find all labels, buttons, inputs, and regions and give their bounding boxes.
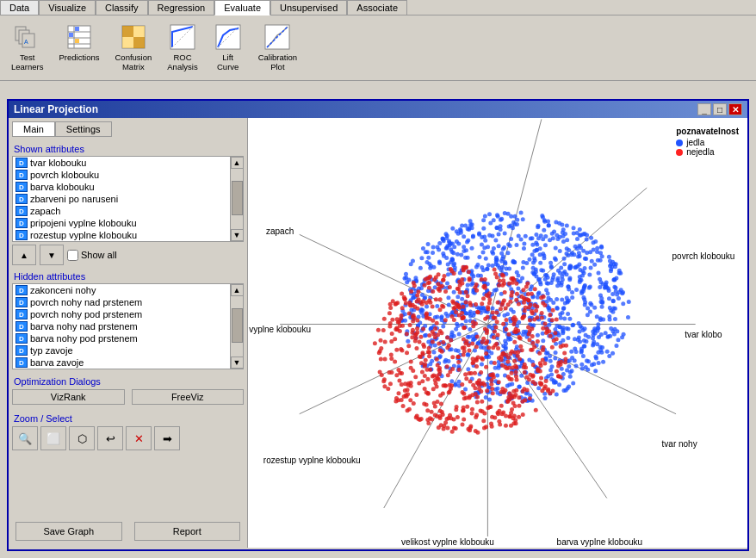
tab-associate[interactable]: Associate (347, 0, 407, 15)
hidden-attributes-label: Hidden attributes (14, 271, 244, 282)
roc-analysis-icon (169, 23, 196, 51)
tab-unsupervised[interactable]: Unsupervised (270, 0, 347, 15)
save-graph-button[interactable]: Save Graph (15, 522, 122, 541)
lift-curve-label: LiftCurve (217, 53, 239, 72)
scatter-canvas (248, 118, 747, 548)
attr-icon: D (15, 218, 28, 228)
scroll-up[interactable]: ▲ (231, 284, 244, 296)
titlebar-buttons: _ □ ✕ (697, 103, 742, 115)
maximize-button[interactable]: □ (713, 103, 727, 115)
scroll-down[interactable]: ▼ (231, 356, 244, 369)
svg-rect-9 (69, 33, 73, 37)
list-item[interactable]: D barva klobouku (13, 181, 230, 193)
list-item[interactable]: D povrch nohy nad prstenem (13, 296, 230, 308)
toolbar-test-learners[interactable]: A TestLearners (5, 19, 50, 77)
pan-button[interactable]: ↩ (97, 426, 123, 450)
freeviz-button[interactable]: FreeViz (132, 389, 245, 405)
report-button[interactable]: Report (134, 522, 241, 541)
show-all-checkbox[interactable] (67, 250, 78, 261)
legend-label-nejedla: nejedla (686, 147, 714, 157)
zoom-in-button[interactable]: 🔍 (12, 426, 38, 450)
select-rect-button[interactable]: ⬜ (40, 426, 66, 450)
toolbar-calibration-plot[interactable]: CalibrationPlot (252, 19, 303, 77)
tab-visualize[interactable]: Visualize (39, 0, 96, 15)
window-content: Main Settings Shown attributes D tvar kl… (9, 118, 747, 548)
shown-attributes-list: D tvar klobouku D povrch klobouku D barv… (13, 157, 230, 241)
test-learners-icon: A (14, 23, 41, 51)
svg-rect-14 (133, 26, 145, 37)
list-item[interactable]: D barva zavoje (13, 356, 230, 369)
list-item[interactable]: D zapach (13, 205, 230, 217)
svg-rect-11 (75, 39, 79, 43)
svg-rect-13 (122, 26, 133, 37)
tab-data[interactable]: Data (0, 0, 39, 15)
attr-icon: D (15, 285, 28, 295)
attr-icon: D (15, 357, 28, 368)
minimize-button[interactable]: _ (697, 103, 711, 115)
toolbar-roc-analysis[interactable]: ROCAnalysis (161, 19, 203, 77)
legend-label-jedla: jedla (686, 138, 704, 147)
attr-icon: D (15, 309, 28, 319)
toolbar-predictions[interactable]: Predictions (53, 19, 106, 77)
legend-title: poznavatelnost (676, 127, 739, 136)
scatter-legend: poznavatelnost jedla nejedla (676, 127, 739, 157)
calibration-plot-label: CalibrationPlot (258, 53, 297, 72)
attr-icon: D (15, 230, 28, 240)
legend-item-jedla: jedla (676, 138, 739, 147)
scroll-down[interactable]: ▼ (231, 229, 244, 241)
shown-attributes-container: D tvar klobouku D povrch klobouku D barv… (12, 156, 244, 242)
select-poly-button[interactable]: ⬡ (69, 426, 95, 450)
calibration-plot-icon (263, 23, 291, 51)
list-item[interactable]: D tvar klobouku (13, 157, 230, 169)
predictions-icon (65, 23, 93, 51)
bottom-buttons: Save Graph Report (12, 518, 244, 544)
scroll-thumb[interactable] (232, 308, 243, 343)
scroll-thumb[interactable] (232, 181, 243, 215)
shown-attributes-label: Shown attributes (14, 144, 244, 154)
vizrank-button[interactable]: VizRank (12, 389, 125, 405)
list-item[interactable]: D rozestup vyplne klobouku (13, 229, 230, 241)
attr-icon: D (15, 321, 28, 332)
confusion-matrix-label: ConfusionMatrix (115, 53, 152, 72)
toolbar-lift-curve[interactable]: LiftCurve (208, 19, 249, 77)
list-item[interactable]: D povrch klobouku (13, 169, 230, 181)
list-item[interactable]: D typ zavoje (13, 344, 230, 356)
list-item[interactable]: D pripojeni vyplne klobouku (13, 217, 230, 229)
remove-selection-button[interactable]: ✕ (126, 426, 152, 450)
list-item[interactable]: D zbarveni po naruseni (13, 193, 230, 205)
move-up-button[interactable]: ▲ (12, 245, 36, 265)
tab-main[interactable]: Main (12, 121, 55, 137)
attr-icon: D (15, 297, 28, 307)
tab-settings[interactable]: Settings (55, 121, 112, 137)
predictions-label: Predictions (59, 53, 100, 62)
window-title: Linear Projection (14, 103, 98, 115)
legend-dot-nejedla (676, 149, 683, 156)
legend-dot-jedla (676, 140, 683, 146)
hidden-attributes-container: D zakonceni nohy D povrch nohy nad prste… (12, 283, 244, 369)
toolbar-confusion-matrix[interactable]: ConfusionMatrix (109, 19, 158, 77)
scroll-up[interactable]: ▲ (231, 157, 244, 169)
hidden-scrollbar[interactable]: ▲ ▼ (230, 284, 243, 369)
zoom-section: Zoom / Select 🔍 ⬜ ⬡ ↩ ✕ ➡ (12, 410, 244, 450)
optimization-buttons: VizRank FreeViz (12, 389, 244, 405)
show-all-label: Show all (81, 250, 117, 260)
list-item[interactable]: D barva nohy nad prstenem (13, 320, 230, 332)
toolbar: A TestLearners Predictions (0, 16, 756, 81)
attr-icon: D (15, 345, 28, 356)
tab-regression[interactable]: Regression (148, 0, 215, 15)
list-item[interactable]: D zakonceni nohy (13, 284, 230, 296)
list-item[interactable]: D barva nohy pod prstenem (13, 332, 230, 344)
move-down-button[interactable]: ▼ (40, 245, 64, 265)
menu-tabs: Data Visualize Classify Regression Evalu… (0, 0, 756, 16)
svg-rect-16 (133, 37, 145, 48)
left-panel: Main Settings Shown attributes D tvar kl… (9, 118, 248, 548)
send-selection-button[interactable]: ➡ (154, 426, 180, 450)
shown-scrollbar[interactable]: ▲ ▼ (230, 157, 243, 241)
tab-classify[interactable]: Classify (96, 0, 148, 15)
list-item[interactable]: D povrch nohy pod prstenem (13, 308, 230, 320)
attr-icon: D (15, 182, 28, 192)
zoom-buttons: 🔍 ⬜ ⬡ ↩ ✕ ➡ (12, 426, 244, 450)
attr-icon: D (15, 170, 28, 180)
tab-evaluate[interactable]: Evaluate (214, 0, 270, 16)
close-button[interactable]: ✕ (728, 103, 742, 115)
